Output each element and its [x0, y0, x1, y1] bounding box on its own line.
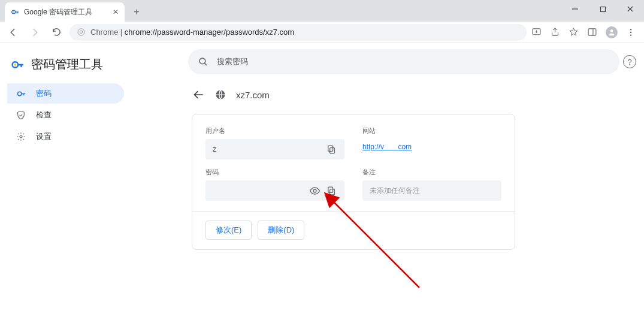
- back-button[interactable]: [5, 24, 22, 41]
- eye-icon[interactable]: [306, 182, 323, 199]
- copy-icon[interactable]: [323, 141, 340, 158]
- sidebar-menu: 密码 检查 设置: [7, 83, 180, 147]
- note-section: 备注 未添加任何备注: [362, 168, 501, 201]
- main-panel: 搜索密码 ? xz7.com 用户名 z 网站 http://v co: [180, 43, 644, 314]
- maximize-button[interactable]: [589, 0, 616, 18]
- search-bar[interactable]: 搜索密码 ?: [188, 49, 619, 74]
- close-window-button[interactable]: [616, 0, 644, 18]
- search-placeholder: 搜索密码: [217, 56, 248, 67]
- help-icon[interactable]: ?: [623, 55, 636, 68]
- website-section: 网站 http://v com: [362, 126, 501, 159]
- sidebar-item-label: 设置: [36, 131, 52, 142]
- svg-point-12: [630, 29, 631, 30]
- site-title: xz7.com: [236, 90, 270, 100]
- svg-point-16: [14, 64, 16, 65]
- key-icon: [11, 8, 19, 16]
- svg-point-11: [610, 29, 613, 32]
- svg-point-13: [630, 31, 631, 32]
- svg-point-18: [20, 135, 22, 138]
- page-title: 密码管理工具: [31, 56, 103, 73]
- toolbar-right: [531, 26, 639, 38]
- svg-rect-23: [328, 146, 332, 151]
- username-label: 用户名: [205, 126, 344, 135]
- sidebar-item-label: 检查: [36, 110, 52, 120]
- svg-rect-3: [600, 7, 605, 11]
- website-link[interactable]: http://v com: [362, 139, 501, 151]
- copy-icon[interactable]: [323, 182, 340, 199]
- detail-heading: xz7.com: [193, 89, 632, 101]
- close-icon[interactable]: ✕: [113, 8, 119, 16]
- brand: 密码管理工具: [7, 54, 180, 83]
- page-content: 密码管理工具 密码 检查 设置 搜索密码 ? xz7.com: [0, 43, 644, 314]
- username-field[interactable]: z: [205, 139, 344, 159]
- sidebar-item-label: 密码: [36, 88, 52, 99]
- gear-icon: [16, 132, 26, 141]
- url-text: Chrome | chrome://password-manager/passw…: [90, 28, 294, 37]
- svg-point-14: [630, 34, 631, 35]
- install-icon[interactable]: [531, 27, 542, 37]
- svg-line-20: [204, 63, 207, 65]
- chrome-icon: [77, 28, 86, 37]
- svg-point-1: [13, 11, 14, 13]
- edit-button[interactable]: 修次(E): [205, 221, 252, 240]
- key-icon: [11, 58, 24, 71]
- password-section: 密码: [205, 168, 344, 201]
- profile-avatar[interactable]: [606, 26, 618, 38]
- search-icon: [198, 56, 208, 67]
- sidebar-item-passwords[interactable]: 密码: [7, 83, 124, 104]
- menu-icon[interactable]: [626, 28, 636, 37]
- divider: [192, 212, 515, 212]
- note-label: 备注: [362, 168, 501, 177]
- svg-point-6: [78, 29, 84, 35]
- bookmark-icon[interactable]: [569, 27, 579, 37]
- tab-title: Google 密码管理工具: [24, 7, 108, 17]
- password-label: 密码: [205, 168, 344, 177]
- password-card: 用户名 z 网站 http://v com 密码: [192, 114, 515, 250]
- shield-check-icon: [16, 110, 26, 120]
- address-bar[interactable]: Chrome | chrome://password-manager/passw…: [69, 24, 527, 41]
- forward-button[interactable]: [26, 24, 43, 41]
- reload-button[interactable]: [48, 24, 65, 41]
- username-section: 用户名 z: [205, 126, 344, 159]
- username-value: z: [213, 145, 323, 153]
- url-path: chrome://password-manager/passwords/xz7.…: [125, 28, 294, 37]
- svg-point-19: [199, 58, 205, 64]
- url-prefix: Chrome: [90, 28, 118, 37]
- browser-toolbar: Chrome | chrome://password-manager/passw…: [0, 22, 644, 43]
- sidebar-item-checkup[interactable]: 检查: [7, 105, 124, 125]
- sidebar-item-settings[interactable]: 设置: [7, 126, 124, 147]
- minimize-button[interactable]: [561, 0, 589, 18]
- svg-rect-9: [588, 29, 596, 35]
- svg-rect-25: [329, 189, 334, 194]
- back-arrow-icon[interactable]: [193, 89, 205, 101]
- svg-rect-22: [329, 147, 334, 153]
- svg-point-24: [313, 189, 316, 192]
- new-tab-button[interactable]: +: [128, 4, 145, 20]
- password-field[interactable]: [205, 180, 344, 201]
- svg-point-7: [80, 31, 82, 33]
- svg-rect-26: [328, 187, 332, 192]
- key-icon: [16, 89, 26, 99]
- window-titlebar: Google 密码管理工具 ✕ +: [0, 0, 644, 22]
- share-icon[interactable]: [550, 27, 560, 37]
- side-panel-icon[interactable]: [587, 27, 597, 37]
- browser-tab[interactable]: Google 密码管理工具 ✕: [5, 2, 125, 22]
- card-actions: 修次(E) 删除(D): [205, 221, 501, 240]
- svg-point-17: [17, 92, 21, 95]
- delete-button[interactable]: 删除(D): [258, 221, 304, 240]
- globe-icon: [214, 89, 226, 101]
- note-field[interactable]: 未添加任何备注: [362, 180, 501, 201]
- sidebar: 密码管理工具 密码 检查 设置: [0, 43, 180, 314]
- website-label: 网站: [362, 126, 501, 135]
- url-sep: |: [118, 28, 125, 37]
- note-placeholder: 未添加任何备注: [370, 186, 420, 196]
- window-controls: [561, 0, 644, 22]
